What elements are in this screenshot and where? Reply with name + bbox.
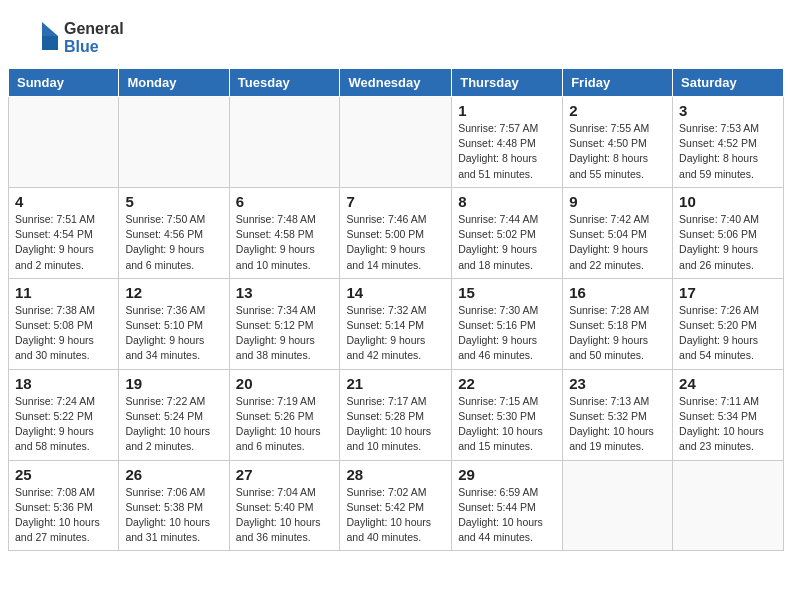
calendar-week-2: 4Sunrise: 7:51 AM Sunset: 4:54 PM Daylig… xyxy=(9,187,784,278)
svg-marker-2 xyxy=(42,36,58,50)
logo-blue-text: Blue xyxy=(64,38,124,56)
calendar-week-1: 1Sunrise: 7:57 AM Sunset: 4:48 PM Daylig… xyxy=(9,97,784,188)
day-number: 14 xyxy=(346,284,445,301)
day-info: Sunrise: 7:36 AM Sunset: 5:10 PM Dayligh… xyxy=(125,303,222,364)
day-info: Sunrise: 7:28 AM Sunset: 5:18 PM Dayligh… xyxy=(569,303,666,364)
calendar-body: 1Sunrise: 7:57 AM Sunset: 4:48 PM Daylig… xyxy=(9,97,784,551)
day-number: 9 xyxy=(569,193,666,210)
logo: GeneralBlue xyxy=(20,18,124,58)
calendar-cell: 7Sunrise: 7:46 AM Sunset: 5:00 PM Daylig… xyxy=(340,187,452,278)
day-number: 27 xyxy=(236,466,334,483)
day-number: 25 xyxy=(15,466,112,483)
day-info: Sunrise: 7:51 AM Sunset: 4:54 PM Dayligh… xyxy=(15,212,112,273)
calendar-cell: 15Sunrise: 7:30 AM Sunset: 5:16 PM Dayli… xyxy=(452,278,563,369)
day-number: 20 xyxy=(236,375,334,392)
day-number: 23 xyxy=(569,375,666,392)
page-wrapper: GeneralBlue SundayMondayTuesdayWednesday… xyxy=(0,0,792,559)
day-info: Sunrise: 7:02 AM Sunset: 5:42 PM Dayligh… xyxy=(346,485,445,546)
day-info: Sunrise: 7:11 AM Sunset: 5:34 PM Dayligh… xyxy=(679,394,777,455)
day-number: 1 xyxy=(458,102,556,119)
calendar-week-3: 11Sunrise: 7:38 AM Sunset: 5:08 PM Dayli… xyxy=(9,278,784,369)
weekday-header-thursday: Thursday xyxy=(452,69,563,97)
day-info: Sunrise: 7:32 AM Sunset: 5:14 PM Dayligh… xyxy=(346,303,445,364)
calendar-cell: 9Sunrise: 7:42 AM Sunset: 5:04 PM Daylig… xyxy=(563,187,673,278)
day-info: Sunrise: 7:42 AM Sunset: 5:04 PM Dayligh… xyxy=(569,212,666,273)
day-info: Sunrise: 7:46 AM Sunset: 5:00 PM Dayligh… xyxy=(346,212,445,273)
logo-text: GeneralBlue xyxy=(64,20,124,55)
logo-general: General xyxy=(64,20,124,38)
calendar-cell: 21Sunrise: 7:17 AM Sunset: 5:28 PM Dayli… xyxy=(340,369,452,460)
day-info: Sunrise: 7:30 AM Sunset: 5:16 PM Dayligh… xyxy=(458,303,556,364)
day-info: Sunrise: 7:50 AM Sunset: 4:56 PM Dayligh… xyxy=(125,212,222,273)
day-info: Sunrise: 7:34 AM Sunset: 5:12 PM Dayligh… xyxy=(236,303,334,364)
calendar-cell: 16Sunrise: 7:28 AM Sunset: 5:18 PM Dayli… xyxy=(563,278,673,369)
header: GeneralBlue xyxy=(0,0,792,68)
calendar-cell: 29Sunrise: 6:59 AM Sunset: 5:44 PM Dayli… xyxy=(452,460,563,551)
calendar-cell xyxy=(9,97,119,188)
day-info: Sunrise: 7:13 AM Sunset: 5:32 PM Dayligh… xyxy=(569,394,666,455)
calendar-cell: 10Sunrise: 7:40 AM Sunset: 5:06 PM Dayli… xyxy=(673,187,784,278)
day-number: 22 xyxy=(458,375,556,392)
day-info: Sunrise: 7:24 AM Sunset: 5:22 PM Dayligh… xyxy=(15,394,112,455)
day-info: Sunrise: 7:19 AM Sunset: 5:26 PM Dayligh… xyxy=(236,394,334,455)
calendar-cell: 11Sunrise: 7:38 AM Sunset: 5:08 PM Dayli… xyxy=(9,278,119,369)
calendar-cell: 18Sunrise: 7:24 AM Sunset: 5:22 PM Dayli… xyxy=(9,369,119,460)
calendar-week-5: 25Sunrise: 7:08 AM Sunset: 5:36 PM Dayli… xyxy=(9,460,784,551)
calendar-cell: 1Sunrise: 7:57 AM Sunset: 4:48 PM Daylig… xyxy=(452,97,563,188)
calendar-table: SundayMondayTuesdayWednesdayThursdayFrid… xyxy=(8,68,784,551)
calendar-cell xyxy=(119,97,229,188)
weekday-header-saturday: Saturday xyxy=(673,69,784,97)
day-number: 3 xyxy=(679,102,777,119)
calendar-cell: 19Sunrise: 7:22 AM Sunset: 5:24 PM Dayli… xyxy=(119,369,229,460)
day-info: Sunrise: 7:04 AM Sunset: 5:40 PM Dayligh… xyxy=(236,485,334,546)
calendar-cell: 23Sunrise: 7:13 AM Sunset: 5:32 PM Dayli… xyxy=(563,369,673,460)
calendar-wrapper: SundayMondayTuesdayWednesdayThursdayFrid… xyxy=(0,68,792,559)
calendar-cell: 14Sunrise: 7:32 AM Sunset: 5:14 PM Dayli… xyxy=(340,278,452,369)
day-info: Sunrise: 6:59 AM Sunset: 5:44 PM Dayligh… xyxy=(458,485,556,546)
day-number: 17 xyxy=(679,284,777,301)
svg-marker-1 xyxy=(42,22,58,36)
day-number: 24 xyxy=(679,375,777,392)
calendar-cell: 4Sunrise: 7:51 AM Sunset: 4:54 PM Daylig… xyxy=(9,187,119,278)
calendar-cell: 13Sunrise: 7:34 AM Sunset: 5:12 PM Dayli… xyxy=(229,278,340,369)
calendar-cell: 5Sunrise: 7:50 AM Sunset: 4:56 PM Daylig… xyxy=(119,187,229,278)
day-info: Sunrise: 7:57 AM Sunset: 4:48 PM Dayligh… xyxy=(458,121,556,182)
calendar-header: SundayMondayTuesdayWednesdayThursdayFrid… xyxy=(9,69,784,97)
day-info: Sunrise: 7:40 AM Sunset: 5:06 PM Dayligh… xyxy=(679,212,777,273)
logo-icon xyxy=(20,18,60,58)
day-number: 6 xyxy=(236,193,334,210)
day-info: Sunrise: 7:26 AM Sunset: 5:20 PM Dayligh… xyxy=(679,303,777,364)
calendar-cell: 20Sunrise: 7:19 AM Sunset: 5:26 PM Dayli… xyxy=(229,369,340,460)
day-number: 10 xyxy=(679,193,777,210)
day-info: Sunrise: 7:38 AM Sunset: 5:08 PM Dayligh… xyxy=(15,303,112,364)
day-number: 12 xyxy=(125,284,222,301)
calendar-week-4: 18Sunrise: 7:24 AM Sunset: 5:22 PM Dayli… xyxy=(9,369,784,460)
day-number: 4 xyxy=(15,193,112,210)
weekday-header-row: SundayMondayTuesdayWednesdayThursdayFrid… xyxy=(9,69,784,97)
calendar-cell: 12Sunrise: 7:36 AM Sunset: 5:10 PM Dayli… xyxy=(119,278,229,369)
day-info: Sunrise: 7:08 AM Sunset: 5:36 PM Dayligh… xyxy=(15,485,112,546)
day-info: Sunrise: 7:15 AM Sunset: 5:30 PM Dayligh… xyxy=(458,394,556,455)
day-number: 8 xyxy=(458,193,556,210)
weekday-header-monday: Monday xyxy=(119,69,229,97)
day-info: Sunrise: 7:55 AM Sunset: 4:50 PM Dayligh… xyxy=(569,121,666,182)
calendar-cell: 24Sunrise: 7:11 AM Sunset: 5:34 PM Dayli… xyxy=(673,369,784,460)
day-number: 18 xyxy=(15,375,112,392)
day-number: 5 xyxy=(125,193,222,210)
day-info: Sunrise: 7:22 AM Sunset: 5:24 PM Dayligh… xyxy=(125,394,222,455)
day-number: 7 xyxy=(346,193,445,210)
calendar-cell: 22Sunrise: 7:15 AM Sunset: 5:30 PM Dayli… xyxy=(452,369,563,460)
day-info: Sunrise: 7:06 AM Sunset: 5:38 PM Dayligh… xyxy=(125,485,222,546)
day-number: 15 xyxy=(458,284,556,301)
calendar-cell: 26Sunrise: 7:06 AM Sunset: 5:38 PM Dayli… xyxy=(119,460,229,551)
day-info: Sunrise: 7:44 AM Sunset: 5:02 PM Dayligh… xyxy=(458,212,556,273)
day-number: 11 xyxy=(15,284,112,301)
day-number: 21 xyxy=(346,375,445,392)
calendar-cell: 6Sunrise: 7:48 AM Sunset: 4:58 PM Daylig… xyxy=(229,187,340,278)
weekday-header-wednesday: Wednesday xyxy=(340,69,452,97)
calendar-cell: 27Sunrise: 7:04 AM Sunset: 5:40 PM Dayli… xyxy=(229,460,340,551)
day-number: 29 xyxy=(458,466,556,483)
logo: GeneralBlue xyxy=(20,18,124,58)
weekday-header-sunday: Sunday xyxy=(9,69,119,97)
calendar-cell: 17Sunrise: 7:26 AM Sunset: 5:20 PM Dayli… xyxy=(673,278,784,369)
